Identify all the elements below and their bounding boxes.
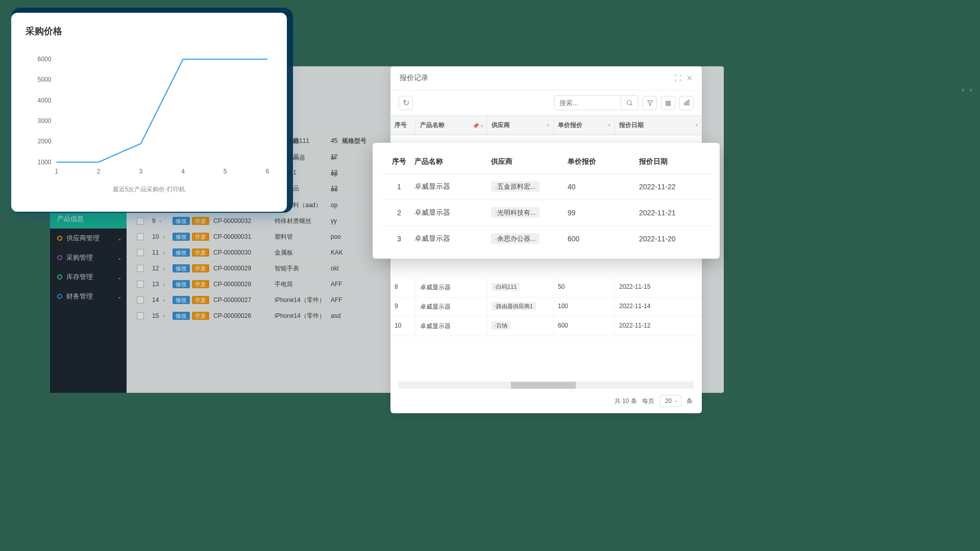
edit-button[interactable]: 修改 <box>173 248 190 257</box>
row-checkbox[interactable] <box>137 233 144 240</box>
edit-button[interactable]: 修改 <box>173 233 190 241</box>
search-button[interactable] <box>621 96 638 110</box>
row-sort-icon: ▾ <box>163 314 165 319</box>
status-dot-icon <box>57 294 62 299</box>
table-row[interactable]: 2 卓威显示器 ·光明科技有... 99 2022-11-21 <box>380 199 713 226</box>
edit-button[interactable]: 修改 <box>173 280 190 288</box>
line-chart: 100020003000400050006000123456 <box>26 49 273 182</box>
filter-button[interactable] <box>643 96 657 110</box>
scrollbar-thumb[interactable] <box>511 382 576 389</box>
col-idx[interactable]: 序号 <box>390 116 416 135</box>
table-row[interactable]: 8 卓威显示器 ·白码111 50 2022-11-15 <box>390 278 702 297</box>
table-row[interactable]: 10 卓威显示器 ·百纳 600 2022-11-12 <box>390 317 702 336</box>
row-sort-icon: ▾ <box>163 235 165 240</box>
col-price[interactable]: 单价报价▾ <box>554 116 615 135</box>
col-price[interactable]: 单价报价 <box>568 157 639 166</box>
row-sort-icon: ▾ <box>163 298 165 303</box>
col-date[interactable]: 报价日期 <box>639 157 708 166</box>
bar-chart-icon <box>683 99 690 106</box>
search-box <box>554 95 639 110</box>
col-date[interactable]: 报价日期▾ <box>615 116 702 135</box>
page-arrows[interactable]: ‹ › <box>962 86 972 93</box>
supplier-tag[interactable]: ·百纳 <box>492 321 510 330</box>
supplier-tag[interactable]: ·五金原料宏... <box>491 181 540 192</box>
row-checkbox[interactable] <box>137 281 144 288</box>
unit-label: 条 <box>687 397 693 406</box>
void-button[interactable]: 作废 <box>192 296 209 304</box>
svg-marker-14 <box>647 101 652 106</box>
row-checkbox[interactable] <box>137 265 144 272</box>
row-sort-icon: ▾ <box>163 251 165 256</box>
row-checkbox[interactable] <box>137 296 144 304</box>
void-button[interactable]: 作废 <box>192 248 209 257</box>
chevron-down-icon: ⌄ <box>117 255 121 261</box>
void-button[interactable]: 作废 <box>192 233 209 241</box>
search-input[interactable] <box>554 96 621 110</box>
sidebar-item[interactable]: 库存管理 ⌄ <box>50 267 127 287</box>
edit-button[interactable]: 修改 <box>173 217 190 225</box>
col-supplier[interactable]: 供应商 <box>491 157 568 166</box>
svg-text:4000: 4000 <box>38 97 52 104</box>
svg-text:6000: 6000 <box>38 56 52 63</box>
svg-text:2000: 2000 <box>38 138 52 145</box>
void-button[interactable]: 作废 <box>192 280 209 288</box>
expand-icon[interactable]: ⛶ <box>674 74 681 82</box>
supplier-tag[interactable]: ·路由器供应商1 <box>492 302 536 310</box>
svg-text:6: 6 <box>266 168 270 175</box>
close-icon[interactable]: ✕ <box>687 74 693 82</box>
modal-header: 报价记录 ⛶ ✕ <box>390 66 702 90</box>
row-checkbox[interactable] <box>137 312 144 319</box>
void-button[interactable]: 作废 <box>192 217 209 225</box>
svg-text:5000: 5000 <box>38 76 52 83</box>
chart-caption: 最近5次产品采购价-打印机 <box>26 185 273 194</box>
chart-card: 采购价格 100020003000400050006000123456 最近5次… <box>11 13 287 212</box>
sidebar-item[interactable]: 供应商管理 ⌄ <box>50 229 127 248</box>
void-button[interactable]: 作废 <box>192 312 209 320</box>
edit-button[interactable]: 修改 <box>173 296 190 304</box>
col-supplier[interactable]: 供应商▾ <box>487 116 554 135</box>
svg-rect-17 <box>688 100 689 105</box>
h-scrollbar[interactable] <box>399 382 694 389</box>
chart-button[interactable] <box>679 96 694 110</box>
row-checkbox[interactable] <box>137 217 144 224</box>
row-sort-icon: ▾ <box>163 266 165 271</box>
sidebar-item[interactable]: 采购管理 ⌄ <box>50 248 127 267</box>
svg-text:1: 1 <box>55 168 58 175</box>
modal-title: 报价记录 <box>400 73 428 83</box>
supplier-tag[interactable]: ·白码111 <box>492 283 520 291</box>
table-row[interactable]: 9 卓威显示器 ·路由器供应商1 100 2022-11-14 <box>390 297 702 317</box>
filter-icon <box>647 99 653 106</box>
svg-text:5: 5 <box>224 168 227 175</box>
svg-text:1000: 1000 <box>38 159 52 166</box>
svg-rect-15 <box>684 103 685 105</box>
table-row[interactable]: 1 卓威显示器 ·五金原料宏... 40 2022-11-22 <box>380 173 713 199</box>
status-dot-icon <box>57 236 62 241</box>
total-label: 共 10 条 <box>615 397 637 406</box>
svg-text:4: 4 <box>181 168 185 175</box>
per-page-select[interactable]: 20 <box>659 395 681 407</box>
col-name[interactable]: 产品名称 <box>414 157 491 166</box>
col-name[interactable]: 产品名称📌▾ <box>416 116 487 135</box>
chart-plot-area: 100020003000400050006000123456 <box>26 49 273 182</box>
pin-icon[interactable]: 📌 <box>473 123 479 129</box>
void-button[interactable]: 作废 <box>192 264 209 272</box>
svg-point-12 <box>627 100 631 104</box>
sort-icon[interactable]: ▾ <box>608 123 610 128</box>
sort-icon[interactable]: ▾ <box>547 123 549 128</box>
row-checkbox[interactable] <box>137 249 144 256</box>
supplier-tag[interactable]: ·余思办公器... <box>491 233 540 244</box>
table-row[interactable]: 3 卓威显示器 ·余思办公器... 600 2022-11-20 <box>380 226 713 252</box>
modal-toolbar: ↻ ▦ <box>390 90 702 115</box>
sort-icon[interactable]: ▾ <box>481 124 483 129</box>
sort-icon[interactable]: ▾ <box>696 123 698 128</box>
front-table-header: 序号 产品名称 供应商 单价报价 报价日期 <box>380 150 713 173</box>
refresh-button[interactable]: ↻ <box>399 96 413 110</box>
columns-button[interactable]: ▦ <box>661 96 675 110</box>
status-dot-icon <box>57 255 62 260</box>
sidebar-item-product-info[interactable]: 产品信息 <box>50 209 127 229</box>
col-idx[interactable]: 序号 <box>384 157 414 166</box>
edit-button[interactable]: 修改 <box>173 264 190 272</box>
edit-button[interactable]: 修改 <box>173 312 190 320</box>
sidebar-item[interactable]: 财务管理 ⌄ <box>50 287 127 306</box>
supplier-tag[interactable]: ·光明科技有... <box>491 207 540 218</box>
